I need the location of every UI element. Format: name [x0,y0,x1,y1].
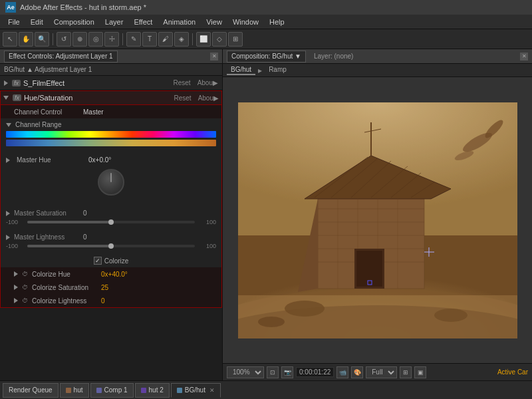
toolbar-shape[interactable]: ⬜ [196,32,211,47]
toolbar-stamp[interactable]: ◈ [174,32,189,47]
right-panel: Composition: BG/hut ▼ Layer: (none) ✕ BG… [223,49,532,380]
comp-tab-bghut[interactable]: BG/hut [227,65,255,75]
master-sat-value[interactable]: 0 [83,209,87,217]
tab-bghut-close[interactable]: ✕ [209,387,215,394]
toolbar-arrow[interactable]: ↖ [3,32,17,47]
channel-range-header[interactable]: Channel Range [6,121,216,128]
toolbar-camera[interactable]: ⊕ [72,32,87,47]
comp-panel-close[interactable]: ✕ [520,53,528,61]
channel-range-label: Channel Range [15,121,62,128]
master-light-expand-icon [6,235,10,240]
hue-saturation-reset[interactable]: Reset [174,94,192,102]
channel-control-row[interactable]: Channel Control Master [1,105,221,118]
colorize-sat-value[interactable]: 25 [101,284,108,291]
main-layout: Effect Controls: Adjustment Layer 1 ✕ BG… [0,49,532,380]
menu-effect[interactable]: Effect [128,17,158,27]
left-panel-header: Effect Controls: Adjustment Layer 1 ✕ [0,49,222,64]
toolbar-sep-2 [122,33,123,45]
master-hue-section: Master Hue 0x+0.0° [1,151,221,206]
safe-zones-icon[interactable]: ▣ [414,366,426,378]
colorize-hue-row[interactable]: ⏱ Colorize Hue 0x+40.0° [1,267,221,281]
master-hue-value[interactable]: 0x+0.0° [88,156,111,164]
bottom-bar: Render Queue hut Comp 1 hut 2 BG/hut ✕ [0,380,532,399]
toolbar-puppet[interactable]: ⊞ [228,32,243,47]
tab-hut2[interactable]: hut 2 [135,383,170,398]
title-bar: Ae Adobe After Effects - hut in storm.ae… [0,0,532,15]
grid-icon[interactable]: ⊞ [400,366,412,378]
panel-close-btn[interactable]: ✕ [210,53,218,61]
menu-window[interactable]: Window [227,17,264,27]
s-filmeffect-about[interactable]: Abou▶ [198,79,218,86]
master-sat-track[interactable]: -100 100 [6,217,216,227]
colorize-lightness-row[interactable]: ⏱ Colorize Lightness 0 [1,294,221,307]
comp-tab-ramp[interactable]: Ramp [265,65,291,75]
hue-gradient-bar [6,131,216,138]
menu-composition[interactable]: Composition [49,17,100,27]
s-filmeffect-row[interactable]: fx S_FilmEffect Reset Abou▶ [0,76,222,90]
color-swatch-icon[interactable]: 🎨 [351,366,363,378]
toolbar-zoom[interactable]: 🔍 [35,32,49,47]
master-sat-thumb[interactable] [108,219,114,225]
tab-hut[interactable]: hut [60,383,89,398]
tab-comp1[interactable]: Comp 1 [90,383,134,398]
panel-breadcrumb: BG/hut ▲ Adjustment Layer 1 [0,64,222,76]
comp-tabs-row: BG/hut ▸ Ramp [223,64,532,77]
menu-animation[interactable]: Animation [158,17,201,27]
channel-control-label: Channel Control [14,108,80,116]
toolbar-orbit[interactable]: ◎ [88,32,103,47]
master-sat-expand-icon [6,211,10,216]
menu-bar: File Edit Composition Layer Effect Anima… [0,15,532,29]
tab-render-queue[interactable]: Render Queue [3,383,59,398]
master-saturation-row: Master Saturation 0 -100 100 [6,209,216,227]
menu-edit[interactable]: Edit [25,17,49,27]
colorize-light-expand-icon [14,298,18,303]
comp-panel-tab[interactable]: Composition: BG/hut ▼ [227,51,306,63]
menu-view[interactable]: View [201,17,227,27]
colorize-saturation-row[interactable]: ⏱ Colorize Saturation 25 [1,281,221,294]
master-sat-bar[interactable] [27,221,195,223]
camera-icon[interactable]: 📹 [336,366,348,378]
tab-comp1-color [96,388,102,393]
svg-rect-36 [238,102,517,338]
toolbar-rotate[interactable]: ↺ [57,32,71,47]
snapshot-icon[interactable]: 📷 [281,366,293,378]
zoom-select[interactable]: 100% [227,366,264,378]
master-light-bar[interactable] [27,245,195,247]
effect-controls-tab[interactable]: Effect Controls: Adjustment Layer 1 [4,51,118,63]
master-light-value[interactable]: 0 [83,233,87,241]
master-light-track[interactable]: -100 100 [6,241,216,251]
menu-file[interactable]: File [3,17,25,27]
menu-layer[interactable]: Layer [100,17,129,27]
colorize-hue-value[interactable]: 0x+40.0° [101,271,128,278]
left-panel: Effect Controls: Adjustment Layer 1 ✕ BG… [0,49,223,380]
toolbar-pen[interactable]: ✎ [126,32,141,47]
tab-bghut[interactable]: BG/hut ✕ [171,383,221,398]
colorize-checkbox[interactable]: ✓ [94,257,102,265]
toolbar-text[interactable]: T [142,32,157,47]
master-light-thumb[interactable] [108,243,114,249]
toolbar-pan[interactable]: ☩ [104,32,119,47]
s-filmeffect-reset[interactable]: Reset [174,79,191,86]
tab-render-queue-label: Render Queue [9,386,53,394]
quality-select[interactable]: Full [366,366,397,378]
toolbar-paint[interactable]: 🖌 [158,32,173,47]
comp-view [223,77,532,363]
master-light-label: Master Lightness [14,233,80,241]
hue-saturation-about[interactable]: Abou▶ [198,94,219,102]
comp-panel-header: Composition: BG/hut ▼ Layer: (none) ✕ [223,49,532,64]
fit-icon[interactable]: ⊡ [267,366,279,378]
colorize-label[interactable]: Colorize [104,257,129,265]
menu-help[interactable]: Help [264,17,290,27]
toolbar-hand[interactable]: ✋ [19,32,33,47]
tab-hut2-label: hut 2 [149,386,164,394]
breadcrumb-text: BG/hut ▲ Adjustment Layer 1 [4,66,92,73]
master-hue-dial[interactable] [98,169,124,196]
comp-panel-label: Composition: BG/hut ▼ [231,53,301,60]
hue-saturation-header[interactable]: fx Hue/Saturation Reset Abou▶ [0,90,222,105]
tab-hut-label: hut [74,386,83,394]
tab-hut2-color [141,388,146,393]
comp-canvas [238,102,517,338]
hue-saturation-expand-icon [3,96,9,100]
toolbar-roto[interactable]: ◇ [212,32,227,47]
colorize-light-value[interactable]: 0 [101,297,105,305]
